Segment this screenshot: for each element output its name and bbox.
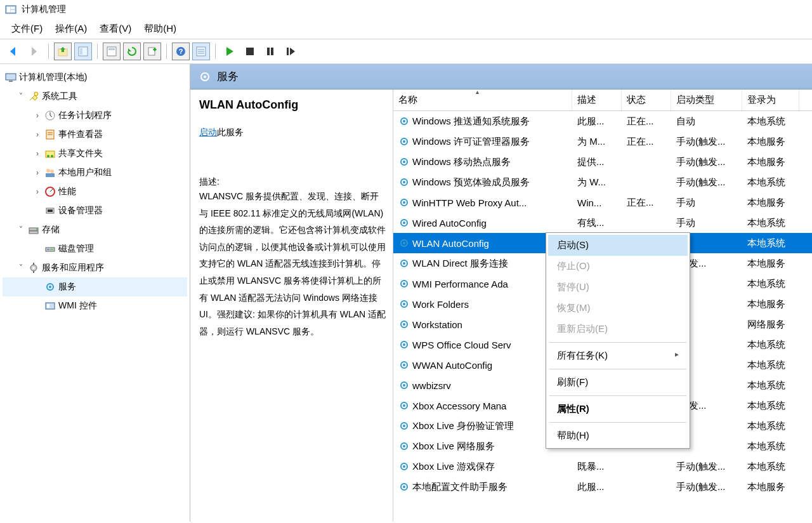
service-startup: 手动(触发... xyxy=(671,156,742,168)
start-service-link[interactable]: 启动 xyxy=(199,127,217,137)
service-logon: 本地系统 xyxy=(742,116,799,128)
forward-button[interactable] xyxy=(25,43,43,60)
service-startup: 手动(触发... xyxy=(671,481,742,493)
service-desc: 为 W... xyxy=(572,176,622,189)
show-hide-tree-button[interactable] xyxy=(74,43,92,60)
svg-point-89 xyxy=(403,486,405,488)
menu-file[interactable]: 文件(F) xyxy=(11,23,43,35)
tree-device-manager[interactable]: 设备管理器 xyxy=(3,201,187,220)
gear-icon xyxy=(398,217,410,228)
svg-rect-44 xyxy=(33,263,34,265)
tree-services-apps[interactable]: ˅ 服务和应用程序 xyxy=(3,258,187,277)
menu-view[interactable]: 查看(V) xyxy=(100,23,131,35)
start-service-button[interactable] xyxy=(221,43,239,60)
back-button[interactable] xyxy=(5,43,23,60)
service-logon: 本地服务 xyxy=(742,258,799,270)
service-name: WWAN AutoConfig xyxy=(412,360,492,371)
separator xyxy=(549,422,686,423)
svg-point-28 xyxy=(47,155,49,157)
expand-icon[interactable]: ˅ xyxy=(16,225,25,234)
service-logon: 本地系统 xyxy=(742,278,799,290)
service-name: Windows 许可证管理器服务 xyxy=(412,136,530,148)
svg-rect-8 xyxy=(108,48,115,50)
col-startup[interactable]: 启动类型 xyxy=(671,89,742,110)
restart-service-button[interactable] xyxy=(282,43,299,60)
service-logon: 本地系统 xyxy=(742,217,799,229)
tree-local-users[interactable]: › 本地用户和组 xyxy=(3,163,187,182)
menu-help[interactable]: 帮助(H) xyxy=(144,23,176,35)
ctx-all-tasks[interactable]: 所有任务(K) xyxy=(548,345,688,366)
ctx-start[interactable]: 启动(S) xyxy=(548,235,688,256)
view-mode-button[interactable] xyxy=(192,43,210,60)
expand-icon[interactable]: › xyxy=(33,111,42,120)
svg-rect-21 xyxy=(9,81,13,82)
help-button[interactable]: ? xyxy=(172,43,190,60)
service-name: Workstation xyxy=(412,319,462,330)
tree-event-viewer[interactable]: › 事件查看器 xyxy=(3,125,187,144)
refresh-button[interactable] xyxy=(123,43,141,60)
col-logon[interactable]: 登录为 xyxy=(742,89,799,110)
service-name: Xbox Live 网络服务 xyxy=(412,440,495,453)
svg-rect-49 xyxy=(47,304,49,308)
properties-button[interactable] xyxy=(103,43,121,60)
service-row[interactable]: Windows 许可证管理器服务为 M...正在...手动(触发...本地服务 xyxy=(393,131,812,152)
main-split: 计算机管理(本地) ˅ 系统工具 › 任务计划程序 › 事件查看器 › 共享文件… xyxy=(0,64,812,522)
tree-services[interactable]: 服务 xyxy=(3,277,187,296)
col-name[interactable]: 名称 ▴ xyxy=(393,89,572,110)
tree-system-tools[interactable]: ˅ 系统工具 xyxy=(3,87,187,106)
ctx-refresh[interactable]: 刷新(F) xyxy=(548,372,688,393)
svg-rect-32 xyxy=(46,173,55,177)
tree-storage[interactable]: ˅ 存储 xyxy=(3,220,187,239)
service-name: Xbox Live 游戏保存 xyxy=(412,461,495,473)
tree-shared-folders[interactable]: › 共享文件夹 xyxy=(3,144,187,163)
service-status: 正在... xyxy=(622,197,671,209)
gear-icon xyxy=(398,339,410,350)
service-row[interactable]: Wired AutoConfig有线...手动本地系统 xyxy=(393,213,812,233)
nav-tree[interactable]: 计算机管理(本地) ˅ 系统工具 › 任务计划程序 › 事件查看器 › 共享文件… xyxy=(0,64,190,522)
content-title: 服务 xyxy=(217,69,239,84)
svg-point-30 xyxy=(46,169,50,173)
disk-icon xyxy=(44,243,56,255)
col-desc[interactable]: 描述 xyxy=(572,89,622,110)
separator xyxy=(549,369,686,369)
stop-service-button[interactable] xyxy=(241,43,259,60)
service-row[interactable]: Windows 移动热点服务提供...手动(触发...本地服务 xyxy=(393,152,812,172)
svg-rect-19 xyxy=(287,48,289,55)
expand-icon[interactable]: › xyxy=(33,168,42,177)
tree-task-scheduler[interactable]: › 任务计划程序 xyxy=(3,106,187,125)
svg-point-71 xyxy=(403,303,405,305)
gear-icon xyxy=(398,278,410,289)
service-row[interactable]: Windows 推送通知系统服务此服...正在...自动本地系统 xyxy=(393,111,812,131)
expand-icon[interactable]: › xyxy=(33,130,42,139)
col-status[interactable]: 状态 xyxy=(622,89,671,110)
tree-wmi-control[interactable]: WMI 控件 xyxy=(3,296,187,315)
expand-icon[interactable]: › xyxy=(33,149,42,158)
expand-icon[interactable]: › xyxy=(33,187,42,196)
expand-icon[interactable]: ˅ xyxy=(16,92,25,101)
service-row[interactable]: Windows 预览体验成员服务为 W...手动(触发...本地系统 xyxy=(393,172,812,192)
gear-icon xyxy=(398,237,410,249)
service-startup: 手动(触发... xyxy=(671,176,742,189)
tree-disk-management[interactable]: 磁盘管理 xyxy=(3,239,187,258)
export-button[interactable] xyxy=(143,43,161,60)
ctx-help[interactable]: 帮助(H) xyxy=(548,425,688,446)
service-row[interactable]: 本地配置文件助手服务此服...手动(触发...本地服务 xyxy=(393,477,812,497)
ctx-properties[interactable]: 属性(R) xyxy=(548,399,688,420)
pause-service-button[interactable] xyxy=(261,43,279,60)
gear-icon xyxy=(398,176,410,188)
expand-icon[interactable]: ˅ xyxy=(16,263,25,272)
tree-root[interactable]: 计算机管理(本地) xyxy=(3,68,187,87)
service-row[interactable]: Xbox Live 游戏保存既暴...手动(触发...本地系统 xyxy=(393,456,812,477)
tree-performance[interactable]: › 性能 xyxy=(3,182,187,201)
up-button[interactable] xyxy=(54,43,72,60)
svg-rect-41 xyxy=(50,249,53,250)
svg-point-85 xyxy=(403,445,405,447)
service-desc: 既暴... xyxy=(572,461,622,473)
computer-icon xyxy=(5,72,16,83)
service-logon: 本地系统 xyxy=(742,461,799,473)
service-row[interactable]: WinHTTP Web Proxy Aut...Win...正在...手动本地服… xyxy=(393,192,812,213)
menu-action[interactable]: 操作(A) xyxy=(55,23,87,35)
ctx-restart: 重新启动(E) xyxy=(548,319,688,340)
service-logon: 本地服务 xyxy=(742,156,799,168)
svg-rect-20 xyxy=(6,74,16,80)
